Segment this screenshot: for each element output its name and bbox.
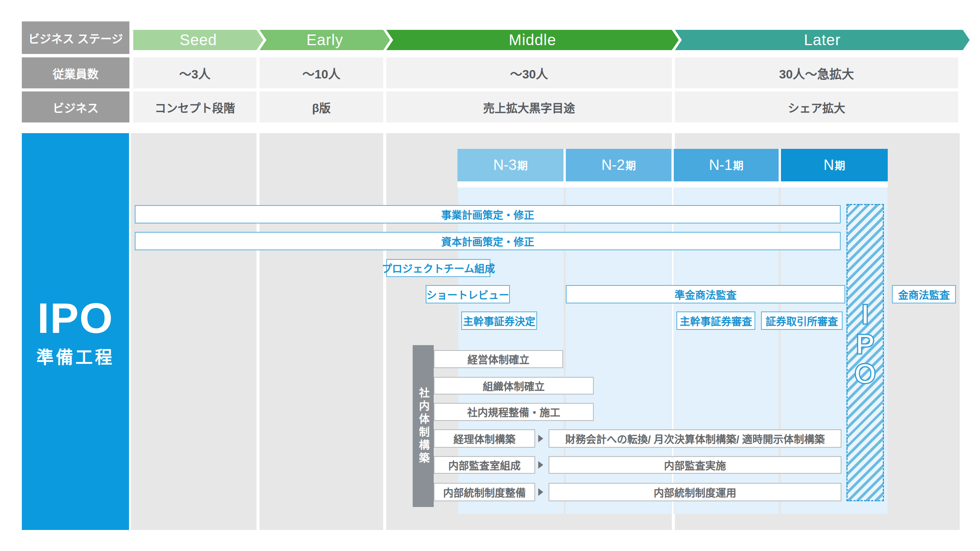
task-accounting-structure: 経理体制構築 bbox=[434, 429, 535, 448]
ipo-panel-title: IPO bbox=[22, 297, 129, 340]
stage-segment-middle: Middle bbox=[386, 30, 679, 50]
period-header-n2: N-2期 bbox=[566, 149, 671, 181]
stage-segment-later: Later bbox=[675, 30, 970, 50]
stage-segment-early: Early bbox=[260, 30, 390, 50]
column-separator bbox=[256, 133, 260, 530]
business-value: β版 bbox=[312, 99, 330, 116]
ipo-letter-p: P bbox=[856, 329, 874, 359]
ipo-roadmap-diagram: ビジネス ステージ 従業員数 ビジネス Seed Early Middle La… bbox=[0, 0, 980, 551]
period-suffix: 期 bbox=[835, 158, 845, 173]
row-label-business-stage: ビジネス ステージ bbox=[22, 21, 129, 54]
row-label-text: ビジネス bbox=[53, 99, 99, 116]
row-label-employees: 従業員数 bbox=[22, 57, 129, 88]
period-n: N-1 bbox=[709, 157, 732, 173]
stage-label: Later bbox=[804, 31, 841, 49]
row-label-text: 従業員数 bbox=[53, 65, 99, 82]
employees-value: ～3人 bbox=[179, 64, 211, 82]
task-label: 事業計画策定・修正 bbox=[441, 207, 534, 222]
task-label: プロジェクトチーム組成 bbox=[382, 261, 495, 276]
business-value: 売上拡大黒字目途 bbox=[483, 99, 575, 116]
flow-arrow-icon bbox=[538, 488, 543, 496]
task-label: 主幹事証券決定 bbox=[463, 313, 536, 328]
task-label: 内部監査室組成 bbox=[448, 458, 521, 473]
ipo-panel-subtitle: 準備工程 bbox=[22, 344, 129, 368]
task-label: 資本計画策定・修正 bbox=[441, 234, 534, 249]
task-internal-audit-office: 内部監査室組成 bbox=[434, 456, 535, 474]
row-label-business: ビジネス bbox=[22, 91, 129, 122]
employees-cell-early: ～10人 bbox=[260, 57, 383, 88]
business-value: シェア拡大 bbox=[788, 99, 845, 116]
task-label: 経理体制構築 bbox=[454, 431, 516, 446]
employees-value: ～10人 bbox=[302, 64, 341, 82]
flow-arrow-icon bbox=[538, 461, 543, 469]
task-internal-control-operation: 内部統制制度運用 bbox=[549, 483, 841, 501]
period-n: N-3 bbox=[493, 157, 516, 173]
task-label: 金商法監査 bbox=[898, 287, 950, 302]
stage-label: Middle bbox=[509, 31, 556, 49]
business-cell-middle: 売上拡大黒字目途 bbox=[386, 91, 672, 122]
task-lead-underwriter-review: 主幹事証券審査 bbox=[676, 311, 755, 330]
task-capital-plan: 資本計画策定・修正 bbox=[135, 232, 841, 250]
stage-segment-seed: Seed bbox=[133, 30, 263, 50]
ipo-process-panel: IPO 準備工程 bbox=[22, 133, 129, 530]
task-internal-control-setup: 内部統制制度整備 bbox=[434, 483, 535, 501]
task-financial-accounting: 財務会計への転換/ 月次決算体制構築/ 適時開示体制構築 bbox=[549, 429, 841, 448]
ipo-milestone-bar: I P O bbox=[846, 204, 884, 501]
stage-label: Early bbox=[306, 31, 343, 49]
column-separator bbox=[383, 133, 386, 530]
task-exchange-review: 証券取引所審査 bbox=[761, 311, 843, 330]
period-suffix: 期 bbox=[518, 158, 528, 173]
internal-group-bar: 社内体制構築 bbox=[413, 345, 434, 507]
business-cell-seed: コンセプト段階 bbox=[133, 91, 256, 122]
period-header-n: N期 bbox=[781, 149, 888, 181]
task-pre-fiea-audit: 準金商法監査 bbox=[566, 285, 845, 303]
period-header-n1: N-1期 bbox=[674, 149, 779, 181]
ipo-letter-i: I bbox=[861, 300, 869, 329]
task-organization-structure: 組織体制確立 bbox=[434, 377, 594, 395]
task-business-plan: 事業計画策定・修正 bbox=[135, 205, 841, 223]
employees-cell-seed: ～3人 bbox=[133, 57, 256, 88]
business-cell-early: β版 bbox=[260, 91, 383, 122]
task-label: 組織体制確立 bbox=[483, 378, 545, 393]
flow-arrow-icon bbox=[538, 435, 543, 442]
task-label: 内部統制制度運用 bbox=[654, 485, 737, 500]
task-lead-underwriter-decision: 主幹事証券決定 bbox=[461, 311, 537, 330]
task-label: 経営体制確立 bbox=[467, 352, 529, 367]
task-fiea-audit: 金商法監査 bbox=[892, 285, 956, 303]
task-project-team: プロジェクトチーム組成 bbox=[386, 259, 490, 277]
employees-cell-middle: ～30人 bbox=[386, 57, 672, 88]
employees-value: ～30人 bbox=[510, 64, 548, 82]
task-label: 内部統制制度整備 bbox=[443, 485, 526, 500]
period-header-n3: N-3期 bbox=[457, 149, 564, 181]
business-value: コンセプト段階 bbox=[155, 99, 235, 116]
task-short-review: ショートレビュー bbox=[426, 285, 510, 303]
task-label: ショートレビュー bbox=[426, 287, 509, 302]
task-internal-rules: 社内規程整備・施工 bbox=[434, 403, 594, 421]
period-n: N-2 bbox=[601, 157, 625, 173]
task-label: 社内規程整備・施工 bbox=[467, 404, 560, 419]
task-label: 主幹事証券審査 bbox=[680, 313, 752, 328]
task-label: 準金商法監査 bbox=[675, 287, 737, 302]
stage-label: Seed bbox=[180, 31, 217, 49]
period-n: N bbox=[823, 157, 834, 173]
employees-cell-later: 30人～急拡大 bbox=[675, 57, 958, 88]
row-label-text: ビジネス ステージ bbox=[28, 29, 123, 46]
task-management-structure: 経営体制確立 bbox=[434, 350, 563, 368]
period-suffix: 期 bbox=[626, 158, 636, 173]
ipo-letter-o: O bbox=[854, 359, 876, 389]
task-label: 内部監査実施 bbox=[664, 458, 726, 473]
business-cell-later: シェア拡大 bbox=[675, 91, 958, 122]
internal-group-label: 社内体制構築 bbox=[416, 387, 431, 465]
period-suffix: 期 bbox=[733, 158, 743, 173]
task-label: 証券取引所審査 bbox=[766, 313, 838, 328]
task-internal-audit-execution: 内部監査実施 bbox=[549, 456, 841, 474]
task-label: 財務会計への転換/ 月次決算体制構築/ 適時開示体制構築 bbox=[565, 431, 825, 446]
employees-value: 30人～急拡大 bbox=[779, 64, 854, 82]
